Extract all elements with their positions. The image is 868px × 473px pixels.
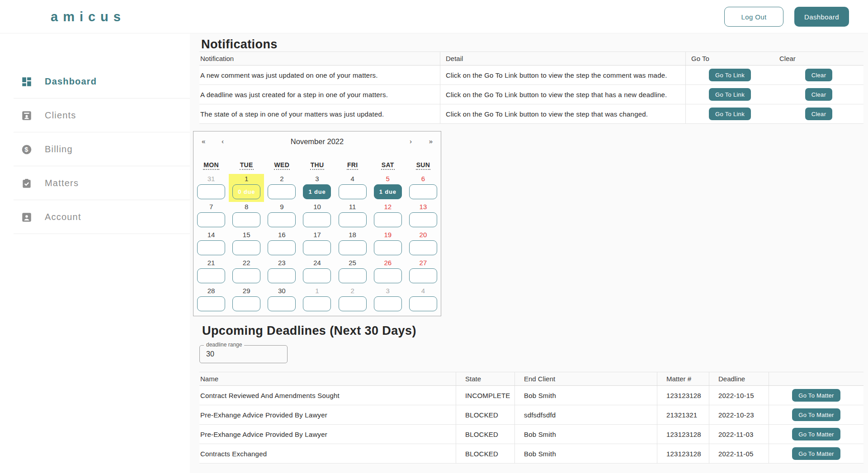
go-to-matter-button[interactable]: Go To Matter <box>792 389 840 402</box>
calendar-day-number: 31 <box>208 174 215 183</box>
go-to-matter-button[interactable]: Go To Matter <box>792 408 840 421</box>
calendar-day-box[interactable] <box>303 212 331 227</box>
calendar-day-box[interactable] <box>374 268 402 283</box>
deadline-name: Pre-Exhange Advice Provided By Lawyer <box>199 425 456 444</box>
calendar-day-box[interactable] <box>232 212 260 227</box>
calendar-day-due-badge[interactable]: 1 due <box>303 184 331 199</box>
calendar-day-number: 23 <box>278 258 286 267</box>
deadline-action-cell: Go To Matter <box>769 405 863 424</box>
sidebar-item-dashboard[interactable]: Dashboard <box>0 65 190 98</box>
deadline-range-input[interactable] <box>199 345 288 363</box>
calendar-day-box[interactable] <box>339 184 367 199</box>
calendar-day-number: 1 <box>245 174 248 183</box>
calendar-day-box[interactable] <box>197 212 225 227</box>
deadline-date: 2022-10-23 <box>709 405 769 424</box>
calendar-day-box[interactable] <box>374 296 402 311</box>
calendar-day-box[interactable] <box>197 296 225 311</box>
calendar-day: 16 <box>264 230 299 258</box>
column-header-notification: Notification <box>199 52 440 65</box>
calendar-day-box[interactable] <box>374 212 402 227</box>
calendar-day: 9 <box>264 202 299 230</box>
go-to-link-button[interactable]: Go To Link <box>709 108 751 120</box>
calendar-day-number: 15 <box>243 230 250 239</box>
calendar-day-number: 30 <box>278 286 286 295</box>
go-to-matter-button[interactable]: Go To Matter <box>792 447 840 460</box>
calendar-day-number: 19 <box>384 230 392 239</box>
calendar-day-box[interactable] <box>339 240 367 255</box>
calendar-day-box[interactable] <box>268 184 296 199</box>
calendar-day: 17 <box>299 230 335 258</box>
calendar-next-year-button[interactable]: » <box>429 137 433 145</box>
calendar-day-box[interactable] <box>268 268 296 283</box>
calendar-next-month-button[interactable]: › <box>410 137 412 145</box>
calendar-month-title: November 2022 <box>193 137 441 146</box>
calendar-day-name-cell: SAT <box>370 161 406 170</box>
calendar-day-box[interactable] <box>409 184 437 199</box>
sidebar-item-label: Clients <box>45 110 76 121</box>
log-out-button[interactable]: Log Out <box>724 7 783 27</box>
go-to-link-button[interactable]: Go To Link <box>709 69 751 81</box>
sidebar-item-clients[interactable]: Clients <box>0 98 190 132</box>
calendar-day-box[interactable] <box>268 212 296 227</box>
deadline-range-label: deadline range <box>204 342 244 348</box>
sidebar-item-billing[interactable]: $Billing <box>0 132 190 166</box>
go-to-matter-button[interactable]: Go To Matter <box>792 428 840 440</box>
calendar-day-box[interactable] <box>268 240 296 255</box>
calendar-week-row: 78910111213 <box>193 202 441 230</box>
clear-button[interactable]: Clear <box>805 69 833 81</box>
calendar-day-box[interactable] <box>197 240 225 255</box>
calendar-day-box[interactable] <box>339 296 367 311</box>
calendar-day-number: 3 <box>315 174 319 183</box>
clear-button[interactable]: Clear <box>805 88 833 101</box>
sidebar-item-label: Dashboard <box>45 76 97 87</box>
calendar-day-box[interactable] <box>339 212 367 227</box>
sidebar-item-account[interactable]: Account <box>0 200 190 234</box>
deadline-name: Pre-Exhange Advice Provided By Lawyer <box>199 405 456 424</box>
matters-icon <box>21 178 33 189</box>
deadline-end-client: Bob Smith <box>514 425 657 444</box>
calendar-day-number: 17 <box>313 230 321 239</box>
clear-button[interactable]: Clear <box>805 108 833 120</box>
sidebar-item-matters[interactable]: Matters <box>0 166 190 200</box>
calendar-day-box[interactable] <box>268 296 296 311</box>
calendar-day: 24 <box>299 258 335 286</box>
calendar-day-box[interactable] <box>232 240 260 255</box>
calendar-day-box[interactable] <box>409 296 437 311</box>
deadline-row: Contracts ExchangedBLOCKEDBob Smith12312… <box>199 444 863 464</box>
calendar-day-box[interactable] <box>303 240 331 255</box>
dashboard-button[interactable]: Dashboard <box>794 7 849 27</box>
calendar-day-box[interactable] <box>197 184 225 199</box>
calendar-day: 8 <box>229 202 264 230</box>
calendar-day: 22 <box>229 258 264 286</box>
calendar-day-number: 22 <box>243 258 250 267</box>
notification-text: The state of a step in one of your matte… <box>199 104 440 123</box>
calendar-day-box[interactable] <box>409 212 437 227</box>
calendar-day-box[interactable] <box>303 296 331 311</box>
calendar-day-number: 28 <box>208 286 215 295</box>
calendar-day-box[interactable] <box>232 268 260 283</box>
calendar-day-box[interactable] <box>374 240 402 255</box>
calendar-day: 2 <box>264 174 299 202</box>
notification-row: The state of a step in one of your matte… <box>199 104 863 124</box>
calendar-day: 29 <box>229 286 264 314</box>
calendar-day: 14 <box>193 230 229 258</box>
calendar-day-box[interactable] <box>232 296 260 311</box>
deadline-state: BLOCKED <box>456 405 514 424</box>
deadlines-table: Name State End Client Matter # Deadline … <box>199 372 863 464</box>
calendar-day-number: 4 <box>350 174 354 183</box>
calendar-day-box[interactable] <box>409 240 437 255</box>
svg-text:$: $ <box>24 146 28 153</box>
deadline-state: INCOMPLETE <box>456 386 514 405</box>
calendar-day-box[interactable] <box>409 268 437 283</box>
sidebar-item-label: Account <box>45 212 81 222</box>
calendar-day: 25 <box>335 258 370 286</box>
calendar-day-box[interactable] <box>339 268 367 283</box>
calendar-day-name: FRI <box>347 161 358 170</box>
calendar-day-due-badge[interactable]: 0 due <box>232 184 260 199</box>
calendar-day-box[interactable] <box>303 268 331 283</box>
deadline-range-field: deadline range <box>199 345 288 363</box>
calendar-day-due-badge[interactable]: 1 due <box>374 184 402 199</box>
calendar-day-name-cell: TUE <box>229 161 264 170</box>
go-to-link-button[interactable]: Go To Link <box>709 88 751 101</box>
calendar-day-box[interactable] <box>197 268 225 283</box>
